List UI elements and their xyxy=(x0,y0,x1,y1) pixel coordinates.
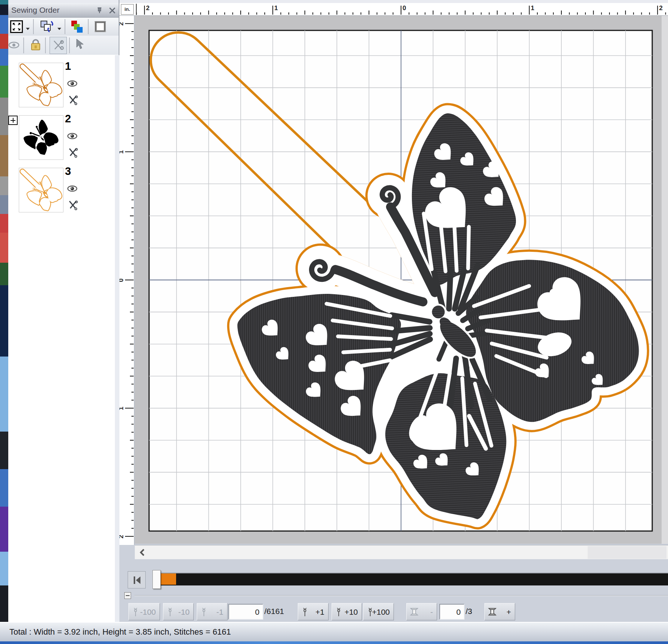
svg-text:2: 2 xyxy=(146,5,149,12)
svg-text:2: 2 xyxy=(119,535,125,538)
svg-text:2: 2 xyxy=(119,22,125,26)
svg-text:1: 1 xyxy=(531,5,534,12)
svg-text:0: 0 xyxy=(403,5,406,12)
svg-text:0: 0 xyxy=(119,278,125,282)
svg-text:1: 1 xyxy=(119,407,125,410)
svg-text:2: 2 xyxy=(659,5,662,12)
svg-text:1: 1 xyxy=(119,150,125,153)
svg-text:1: 1 xyxy=(274,5,277,12)
